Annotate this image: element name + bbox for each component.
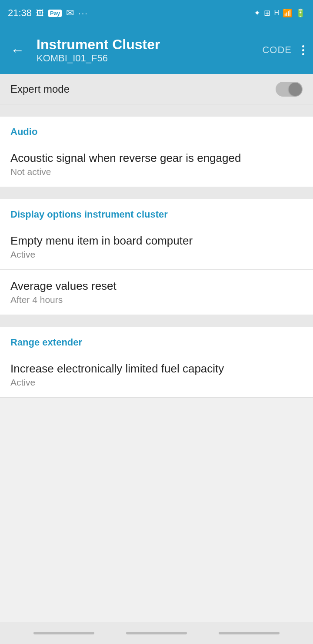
app-bar-actions: CODE	[262, 44, 306, 57]
app-bar-title-area: Instrument Cluster KOMBI_I01_F56	[37, 37, 253, 64]
app-bar-subtitle: KOMBI_I01_F56	[37, 53, 253, 64]
fuel-capacity-subtitle: Active	[10, 377, 303, 388]
nav-indicator-2	[126, 632, 187, 634]
nav-indicator-1	[33, 632, 94, 634]
network-icon: ⊞	[264, 8, 270, 18]
audio-section-title: Audio	[10, 126, 37, 137]
data-icon: H	[274, 9, 279, 17]
battery-icon: 🔋	[296, 8, 305, 18]
audio-section-header: Audio	[0, 117, 313, 142]
acoustic-signal-subtitle: Not active	[10, 167, 303, 177]
signal-icon: 📶	[283, 8, 292, 18]
code-button[interactable]: CODE	[262, 44, 292, 56]
acoustic-signal-item[interactable]: Acoustic signal when reverse gear is eng…	[0, 142, 313, 187]
empty-space	[0, 398, 313, 572]
expert-mode-label: Expert mode	[10, 83, 70, 95]
app-bar: ← Instrument Cluster KOMBI_I01_F56 CODE	[0, 26, 313, 74]
acoustic-signal-title: Acoustic signal when reverse gear is eng…	[10, 151, 303, 165]
more-options-button[interactable]	[300, 44, 306, 57]
status-bar: 21:38 🖼 Pay ✉ ··· ✦ ⊞ H 📶 🔋	[0, 0, 313, 26]
status-time-area: 21:38 🖼 Pay ✉ ···	[8, 7, 88, 19]
average-values-reset-subtitle: After 4 hours	[10, 295, 303, 305]
fuel-capacity-title: Increase electronically limited fuel cap…	[10, 362, 303, 376]
toggle-thumb	[289, 83, 302, 96]
display-options-section-header: Display options instrument cluster	[0, 199, 313, 225]
expert-mode-toggle[interactable]	[276, 82, 303, 97]
range-extender-section-title: Range extender	[10, 337, 82, 348]
range-extender-section-header: Range extender	[0, 327, 313, 352]
bluetooth-icon: ✦	[254, 8, 260, 18]
app-bar-main-title: Instrument Cluster	[37, 37, 253, 53]
back-button[interactable]: ←	[7, 39, 28, 62]
nav-indicator-3	[219, 632, 280, 634]
bottom-nav-bar	[0, 622, 313, 644]
average-values-reset-title: Average values reset	[10, 279, 303, 293]
more-status-icon: ···	[78, 8, 88, 18]
gallery-icon: 🖼	[36, 9, 44, 18]
empty-menu-item-title: Empty menu item in board computer	[10, 234, 303, 248]
fuel-capacity-item[interactable]: Increase electronically limited fuel cap…	[0, 352, 313, 398]
section-gap-1	[0, 104, 313, 117]
display-options-section-title: Display options instrument cluster	[10, 209, 168, 220]
pay-icon: Pay	[48, 10, 62, 17]
section-gap-3	[0, 315, 313, 327]
average-values-reset-item[interactable]: Average values reset After 4 hours	[0, 270, 313, 315]
email-icon: ✉	[66, 7, 74, 19]
section-gap-2	[0, 187, 313, 199]
status-time: 21:38	[8, 7, 32, 19]
status-icons: ✦ ⊞ H 📶 🔋	[254, 8, 305, 18]
expert-mode-row: Expert mode	[0, 74, 313, 104]
empty-menu-item[interactable]: Empty menu item in board computer Active	[0, 225, 313, 270]
empty-menu-item-subtitle: Active	[10, 249, 303, 260]
